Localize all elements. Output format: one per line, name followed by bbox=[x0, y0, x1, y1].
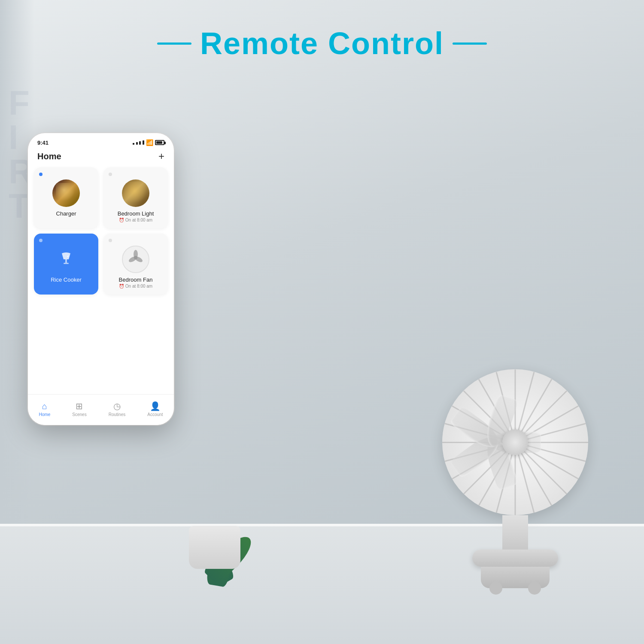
charger-status-dot bbox=[39, 173, 43, 176]
fan-base bbox=[472, 550, 558, 567]
account-icon: 👤 bbox=[150, 401, 161, 411]
bottom-navigation: ⌂ Home ⊞ Scenes ◷ Routines 👤 Account bbox=[28, 394, 174, 425]
battery-icon bbox=[155, 140, 164, 145]
add-device-button[interactable]: + bbox=[158, 150, 164, 162]
status-bar: 9:41 📶 bbox=[28, 133, 174, 149]
bedroom-fan-schedule: ⏰ On at 8:00 am bbox=[109, 284, 162, 289]
nav-scenes[interactable]: ⊞ Scenes bbox=[72, 401, 86, 417]
title-dash-right bbox=[453, 43, 487, 45]
time-display: 9:41 bbox=[37, 140, 49, 146]
svg-rect-1 bbox=[64, 263, 69, 264]
scenes-icon: ⊞ bbox=[76, 401, 83, 411]
clock-icon: ⏰ bbox=[119, 218, 124, 222]
bedroom-light-image bbox=[122, 179, 149, 207]
signal-icon bbox=[133, 140, 144, 146]
fan-clip bbox=[481, 567, 550, 588]
bedroom-light-card[interactable]: Bedroom Light ⏰ On at 8:00 am bbox=[103, 167, 168, 228]
desk-fan bbox=[442, 369, 588, 588]
device-grid: Charger Bedroom Light ⏰ On at 8:00 am Ri… bbox=[28, 167, 174, 295]
title-dash-left bbox=[157, 43, 191, 45]
page-title: Remote Control bbox=[200, 26, 444, 61]
rice-cooker-status-dot bbox=[39, 239, 43, 242]
rice-cooker-label: Rice Cooker bbox=[40, 276, 92, 283]
bedroom-fan-status-dot bbox=[109, 239, 112, 242]
nav-routines[interactable]: ◷ Routines bbox=[109, 401, 125, 417]
clock-icon-2: ⏰ bbox=[119, 284, 124, 289]
page-title-container: Remote Control bbox=[0, 26, 644, 61]
bedroom-light-schedule: ⏰ On at 8:00 am bbox=[109, 218, 162, 222]
wifi-icon: 📶 bbox=[146, 139, 153, 146]
fan-head bbox=[442, 369, 588, 515]
rice-cooker-icon bbox=[58, 249, 75, 270]
rice-cooker-card[interactable]: Rice Cooker bbox=[34, 234, 98, 295]
charger-card[interactable]: Charger bbox=[34, 167, 98, 228]
nav-home-label: Home bbox=[39, 412, 51, 417]
status-icons: 📶 bbox=[133, 139, 164, 146]
charger-label: Charger bbox=[40, 210, 92, 217]
bedroom-light-status-dot bbox=[109, 173, 112, 176]
phone-mockup: 9:41 📶 Home + bbox=[28, 133, 174, 425]
routines-icon: ◷ bbox=[113, 401, 121, 411]
bedroom-fan-image bbox=[122, 246, 149, 273]
home-icon: ⌂ bbox=[42, 401, 47, 411]
plant-pot bbox=[189, 526, 240, 569]
svg-point-5 bbox=[134, 256, 137, 259]
nav-routines-label: Routines bbox=[109, 412, 125, 417]
phone-screen: 9:41 📶 Home + bbox=[28, 133, 174, 425]
rice-cooker-image bbox=[52, 246, 80, 273]
fan-center-hub bbox=[502, 429, 528, 455]
svg-rect-0 bbox=[65, 259, 67, 263]
app-header: Home + bbox=[28, 149, 174, 167]
app-title: Home bbox=[37, 152, 61, 161]
nav-account[interactable]: 👤 Account bbox=[147, 401, 163, 417]
bedroom-fan-label: Bedroom Fan bbox=[109, 276, 162, 283]
nav-account-label: Account bbox=[147, 412, 163, 417]
bedroom-fan-card[interactable]: Bedroom Fan ⏰ On at 8:00 am bbox=[103, 234, 168, 295]
nav-home[interactable]: ⌂ Home bbox=[39, 401, 51, 417]
fan-icon bbox=[128, 250, 143, 269]
bedroom-light-label: Bedroom Light bbox=[109, 210, 162, 217]
charger-image bbox=[52, 179, 80, 207]
nav-scenes-label: Scenes bbox=[72, 412, 86, 417]
fan-neck bbox=[502, 515, 528, 550]
